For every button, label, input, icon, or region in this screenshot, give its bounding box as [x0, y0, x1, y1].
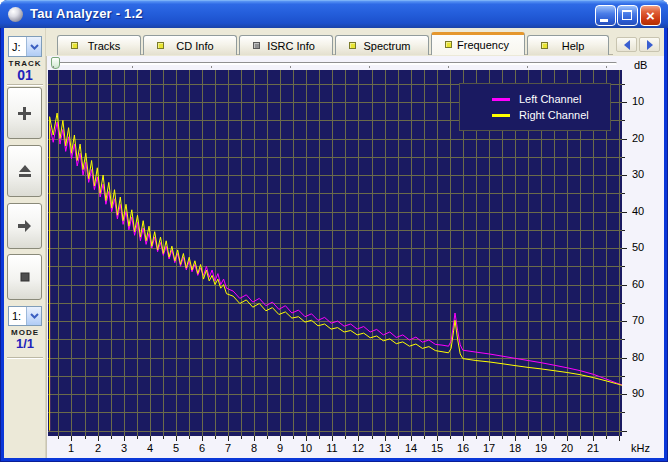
axis-tick	[622, 321, 627, 322]
axis-tick	[319, 436, 320, 439]
khz-unit-label: kHz	[631, 442, 650, 454]
track-combobox[interactable]: J:	[8, 36, 42, 57]
axis-tick	[622, 193, 625, 194]
khz-tick-label: 7	[218, 442, 238, 454]
axis-tick	[215, 436, 216, 439]
tab-help[interactable]: Help	[527, 35, 609, 55]
frequency-chart-panel: Left Channel Right Channel dB 1020304050…	[46, 56, 664, 458]
axis-tick	[622, 102, 627, 103]
khz-tick-label: 1	[61, 442, 81, 454]
window-content: J: TRACK 01 1:	[4, 28, 664, 458]
eject-button[interactable]	[7, 145, 42, 197]
axis-tick	[622, 394, 627, 395]
axis-tick	[189, 436, 190, 439]
tab-isrc-info[interactable]: ISRC Info	[239, 35, 333, 55]
tab-frequency[interactable]: Frequency	[431, 32, 525, 55]
axis-tick	[450, 436, 451, 439]
khz-tick-label: 12	[348, 442, 368, 454]
khz-tick-label: 17	[479, 442, 499, 454]
axis-tick	[111, 436, 112, 439]
axis-tick	[437, 436, 438, 441]
axis-tick	[150, 436, 151, 441]
axis-tick	[622, 376, 625, 377]
axis-tick	[241, 436, 242, 439]
maximize-button[interactable]	[617, 5, 638, 26]
slider-tick	[527, 66, 528, 68]
slider-tick	[132, 66, 133, 68]
eject-icon	[18, 164, 32, 178]
axis-tick	[463, 436, 464, 441]
axis-tick	[489, 436, 490, 441]
axis-tick	[622, 248, 627, 249]
mode-combobox[interactable]: 1:	[8, 306, 42, 326]
next-button[interactable]	[7, 203, 42, 249]
khz-tick-label: 13	[375, 442, 395, 454]
axis-tick	[622, 266, 625, 267]
axis-tick	[306, 436, 307, 441]
axis-tick	[85, 436, 86, 439]
khz-tick-label: 21	[583, 442, 603, 454]
axis-tick	[622, 358, 627, 359]
led-icon	[541, 42, 548, 49]
app-icon	[8, 7, 23, 22]
axis-tick	[228, 436, 229, 441]
tab-scroll-left-button[interactable]	[616, 37, 637, 52]
legend-row: Left Channel	[460, 91, 610, 107]
legend-label: Left Channel	[519, 93, 581, 105]
khz-tick-label: 20	[557, 442, 577, 454]
axis-tick	[622, 412, 625, 413]
stop-button[interactable]	[7, 254, 42, 300]
chevron-down-icon[interactable]	[26, 307, 41, 325]
minimize-button[interactable]	[595, 5, 616, 26]
axis-tick	[332, 436, 333, 441]
khz-tick-label: 10	[296, 442, 316, 454]
slider-tick	[211, 66, 212, 68]
khz-tick-label: 19	[531, 442, 551, 454]
slider-tick	[448, 66, 449, 68]
axis-tick	[163, 436, 164, 439]
window-title: Tau Analyzer - 1.2	[30, 6, 143, 21]
arrow-left-icon	[624, 40, 630, 50]
tab-bar: Tracks CD Info ISRC Info Spectrum Freque…	[57, 33, 611, 55]
slider-groove	[51, 62, 617, 65]
stop-icon	[20, 272, 30, 282]
frequency-slider-track[interactable]	[47, 56, 665, 70]
axis-tick	[622, 157, 625, 158]
axis-tick	[541, 436, 542, 441]
db-tick-label: 90	[632, 387, 644, 399]
khz-axis: kHz 123456789101112131415161718192021	[47, 436, 665, 458]
khz-tick-label: 16	[453, 442, 473, 454]
axis-tick	[424, 436, 425, 439]
tab-cd-info[interactable]: CD Info	[143, 35, 237, 55]
axis-tick	[622, 303, 625, 304]
led-icon	[253, 42, 260, 49]
legend: Left Channel Right Channel	[459, 83, 611, 131]
khz-tick-label: 8	[244, 442, 264, 454]
right-channel-curve	[50, 113, 622, 430]
divider	[7, 84, 43, 86]
axis-tick	[622, 175, 627, 176]
axis-tick	[622, 120, 625, 121]
close-button[interactable]: ×	[640, 5, 661, 26]
tab-spectrum[interactable]: Spectrum	[335, 35, 429, 55]
axis-tick	[580, 436, 581, 439]
axis-tick	[619, 436, 620, 441]
legend-row: Right Channel	[460, 107, 610, 123]
slider-tick	[53, 66, 54, 68]
arrow-right-icon	[647, 40, 653, 50]
db-tick-label: 70	[632, 314, 644, 326]
axis-tick	[98, 436, 99, 441]
axis-tick	[476, 436, 477, 439]
axis-tick	[593, 436, 594, 441]
axis-tick	[606, 436, 607, 439]
db-tick-label: 40	[632, 205, 644, 217]
db-tick-label: 20	[632, 132, 644, 144]
track-number: 01	[4, 67, 46, 83]
axis-tick	[58, 436, 59, 439]
plus-button[interactable]	[7, 87, 42, 139]
mode-value: 1/1	[4, 336, 46, 351]
tab-scroll-right-button[interactable]	[639, 37, 660, 52]
tab-tracks[interactable]: Tracks	[57, 35, 141, 55]
chevron-down-icon[interactable]	[26, 37, 41, 56]
axis-tick	[280, 436, 281, 441]
